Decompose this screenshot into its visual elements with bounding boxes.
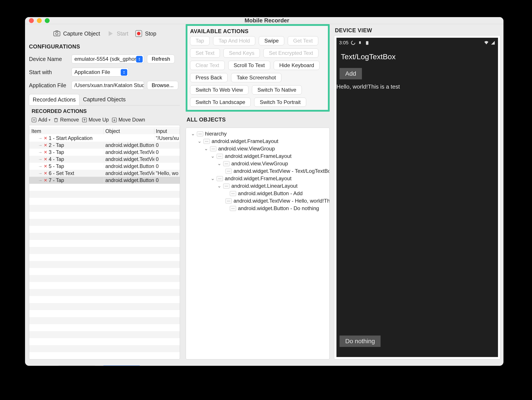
action-switch-to-portrait[interactable]: Switch To Portrait: [254, 98, 306, 107]
device-name-label: Device Name: [29, 56, 69, 62]
start-with-select[interactable]: Application File: [71, 68, 129, 76]
table-row: [29, 261, 180, 268]
node-badge-icon: ···: [225, 169, 232, 174]
node-badge-icon: ···: [197, 131, 203, 136]
row-input: 0: [154, 177, 180, 183]
svg-rect-0: [54, 31, 60, 36]
chevron-down-icon[interactable]: ⌄: [197, 138, 202, 144]
plus-icon: [31, 117, 37, 123]
table-row[interactable]: →✕3 - Tapandroid.widget.TextVie0: [29, 149, 180, 156]
action-take-screenshot[interactable]: Take Screenshot: [231, 73, 281, 82]
node-badge-icon: ···: [223, 184, 230, 189]
table-row[interactable]: →✕6 - Set Textandroid.widget.TextVie"Hel…: [29, 170, 180, 177]
device-do-nothing-button[interactable]: Do nothing: [340, 336, 380, 347]
application-file-label: Application File: [29, 82, 69, 89]
table-row[interactable]: →✕4 - Tapandroid.widget.TextVie0: [29, 156, 180, 163]
action-hide-keyboard[interactable]: Hide Keyboard: [274, 61, 320, 70]
tree-node[interactable]: ⌄···android.view.ViewGroup: [217, 160, 326, 167]
configurations-header: CONFIGURATIONS: [29, 44, 180, 50]
tree-node[interactable]: ⌄···android.widget.FrameLayout: [197, 138, 326, 145]
signal-icon: [491, 40, 495, 45]
tab-captured-objects[interactable]: Captured Objects: [79, 94, 129, 105]
tree-node-label: android.widget.LinearLayout: [231, 183, 298, 189]
stop-button[interactable]: Stop: [134, 29, 156, 38]
zoom-window-button[interactable]: [45, 18, 50, 23]
table-row: [29, 205, 180, 212]
tab-recorded-actions[interactable]: Recorded Actions: [29, 94, 79, 105]
action-scroll-to-text[interactable]: Scroll To Text: [228, 61, 270, 70]
device-name-select[interactable]: emulator-5554 (sdk_gphone: [71, 55, 144, 63]
node-badge-icon: ···: [210, 146, 216, 151]
add-action-button[interactable]: Add ▾: [31, 117, 51, 123]
table-row: [29, 282, 180, 289]
arrow-right-icon: →: [38, 178, 42, 183]
col-input[interactable]: Input: [154, 128, 180, 134]
tree-node[interactable]: ⌄···android.widget.LinearLayout: [217, 182, 326, 190]
arrow-right-icon: →: [38, 143, 42, 148]
table-row[interactable]: →✕7 - Tapandroid.widget.Button0: [29, 177, 180, 184]
node-badge-icon: ···: [217, 176, 223, 181]
device-add-button[interactable]: Add: [340, 68, 362, 79]
tree-node[interactable]: ···android.widget.TextView - Hello, worl…: [224, 197, 326, 205]
refresh-button[interactable]: Refresh: [147, 55, 175, 63]
spinner-icon: [351, 40, 355, 45]
remove-action-button[interactable]: Remove: [53, 117, 79, 123]
tree-node-label: android.widget.TextView - Hello, world!T…: [234, 198, 330, 204]
move-up-label: Move Up: [89, 117, 109, 123]
available-actions-panel: AVAILABLE ACTIONS TapTap And HoldSwipeGe…: [186, 24, 330, 112]
action-switch-to-native[interactable]: Switch To Native: [252, 85, 302, 94]
tree-node[interactable]: ···android.widget.Button - Do nothing: [224, 205, 326, 212]
svg-point-1: [56, 32, 58, 35]
table-row[interactable]: →✕1 - Start Application"/Users/xu: [29, 135, 180, 142]
tree-node[interactable]: ⌄···android.widget.FrameLayout: [210, 175, 326, 182]
table-row[interactable]: →✕5 - Tapandroid.widget.Button0: [29, 163, 180, 170]
cancel-button[interactable]: Cancel: [57, 366, 97, 366]
action-press-back[interactable]: Press Back: [190, 73, 228, 82]
tree-node[interactable]: ⌄···hierarchy: [191, 130, 326, 138]
action-swipe[interactable]: Swipe: [259, 36, 284, 45]
start-button[interactable]: Start: [106, 29, 128, 38]
x-icon: ✕: [44, 150, 47, 154]
action-set-encrypted-text: Set Encrypted Text: [263, 49, 318, 58]
chevron-down-icon[interactable]: ⌄: [191, 131, 195, 137]
device-view-header: DEVICE VIEW: [335, 27, 500, 34]
tree-node[interactable]: ⌄···android.widget.FrameLayout: [210, 152, 326, 160]
footer: ? Cancel Save Script: [25, 362, 503, 366]
tree-node[interactable]: ⌄···android.view.ViewGroup: [204, 145, 326, 152]
arrow-down-icon: [112, 117, 117, 123]
row-input: 0: [154, 149, 180, 155]
action-get-text: Get Text: [288, 36, 318, 45]
tree-node[interactable]: ···android.widget.Button - Add: [224, 190, 326, 197]
window-title: Mobile Recorder: [50, 17, 484, 24]
col-object[interactable]: Object: [104, 128, 154, 134]
chevron-down-icon: [121, 69, 127, 76]
chevron-down-icon[interactable]: ⌄: [210, 176, 215, 181]
all-objects-tree[interactable]: ⌄···hierarchy⌄···android.widget.FrameLay…: [186, 128, 330, 359]
table-row[interactable]: →✕2 - Tapandroid.widget.Button0: [29, 142, 180, 149]
row-item: 5 - Tap: [49, 163, 64, 169]
table-row: [29, 233, 180, 240]
browse-button[interactable]: Browse...: [147, 81, 178, 90]
chevron-down-icon[interactable]: ⌄: [204, 146, 208, 151]
action-switch-to-web-view[interactable]: Switch To Web View: [190, 85, 248, 94]
action-switch-to-landscape[interactable]: Switch To Landscape: [190, 98, 251, 107]
row-item: 4 - Tap: [49, 156, 64, 162]
close-window-button[interactable]: [29, 18, 34, 23]
table-row: [29, 338, 180, 345]
camera-icon: [53, 29, 61, 38]
move-down-button[interactable]: Move Down: [112, 117, 145, 123]
action-tap-and-hold: Tap And Hold: [213, 36, 255, 45]
save-script-button[interactable]: Save Script: [102, 366, 141, 366]
application-file-input[interactable]: /Users/xuan.tran/Katalon Studio: [71, 81, 144, 90]
chevron-down-icon[interactable]: ⌄: [210, 153, 215, 159]
device-body-text: Hello, world!This is a test: [336, 83, 498, 90]
col-item[interactable]: Item: [29, 128, 104, 134]
x-icon: ✕: [44, 171, 47, 175]
minimize-window-button[interactable]: [37, 18, 42, 23]
move-up-button[interactable]: Move Up: [82, 117, 109, 123]
tree-node[interactable]: ···android.widget.TextView - Text/LogTex…: [224, 167, 326, 175]
chevron-down-icon[interactable]: ⌄: [217, 161, 222, 166]
chevron-down-icon[interactable]: ⌄: [217, 183, 222, 189]
node-badge-icon: ···: [230, 206, 236, 211]
capture-object-button[interactable]: Capture Object: [53, 29, 100, 38]
